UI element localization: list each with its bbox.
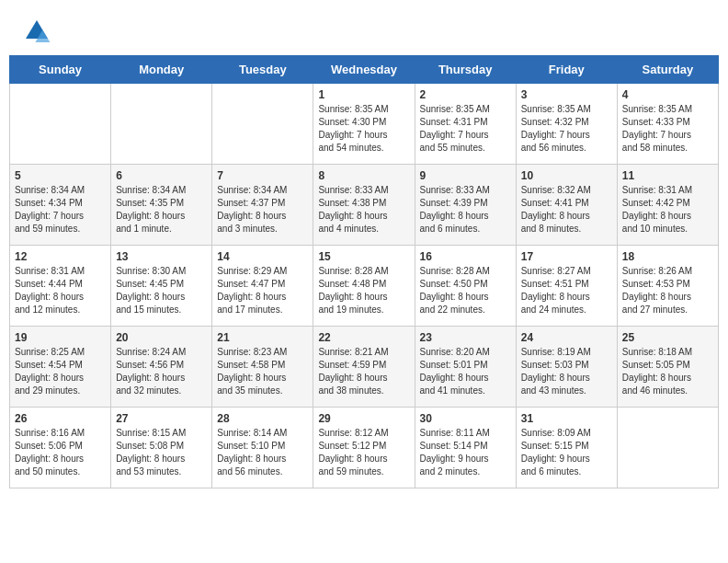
calendar-cell: 20Sunrise: 8:24 AM Sunset: 4:56 PM Dayli… xyxy=(111,327,212,408)
day-info: Sunrise: 8:24 AM Sunset: 4:56 PM Dayligh… xyxy=(116,346,207,397)
day-info: Sunrise: 8:30 AM Sunset: 4:45 PM Dayligh… xyxy=(116,265,207,316)
day-number: 13 xyxy=(116,250,207,263)
day-number: 17 xyxy=(521,250,612,263)
weekday-thursday: Thursday xyxy=(415,56,516,84)
day-info: Sunrise: 8:12 AM Sunset: 5:12 PM Dayligh… xyxy=(318,427,409,478)
day-number: 11 xyxy=(622,169,713,182)
calendar-cell: 30Sunrise: 8:11 AM Sunset: 5:14 PM Dayli… xyxy=(415,408,516,488)
day-info: Sunrise: 8:28 AM Sunset: 4:50 PM Dayligh… xyxy=(420,265,511,316)
calendar-cell: 19Sunrise: 8:25 AM Sunset: 4:54 PM Dayli… xyxy=(10,327,111,408)
day-number: 25 xyxy=(622,331,713,344)
weekday-sunday: Sunday xyxy=(10,56,111,84)
day-info: Sunrise: 8:27 AM Sunset: 4:51 PM Dayligh… xyxy=(521,265,612,316)
day-number: 12 xyxy=(15,250,106,263)
day-number: 8 xyxy=(318,169,409,182)
day-number: 29 xyxy=(318,412,409,425)
day-number: 23 xyxy=(420,331,511,344)
day-number: 2 xyxy=(420,88,511,101)
day-number: 20 xyxy=(116,331,207,344)
day-info: Sunrise: 8:31 AM Sunset: 4:42 PM Dayligh… xyxy=(622,184,713,236)
day-number: 7 xyxy=(217,169,308,182)
calendar-table: SundayMondayTuesdayWednesdayThursdayFrid… xyxy=(9,55,719,488)
day-number: 27 xyxy=(116,412,207,425)
day-info: Sunrise: 8:19 AM Sunset: 5:03 PM Dayligh… xyxy=(521,346,612,397)
day-number: 5 xyxy=(15,169,106,182)
calendar-week-4: 19Sunrise: 8:25 AM Sunset: 4:54 PM Dayli… xyxy=(10,327,719,408)
calendar-week-3: 12Sunrise: 8:31 AM Sunset: 4:44 PM Dayli… xyxy=(10,246,719,327)
day-number: 4 xyxy=(622,88,713,101)
day-number: 16 xyxy=(420,250,511,263)
day-number: 31 xyxy=(521,412,612,425)
day-number: 26 xyxy=(15,412,106,425)
calendar-cell: 12Sunrise: 8:31 AM Sunset: 4:44 PM Dayli… xyxy=(10,246,111,327)
calendar-cell: 5Sunrise: 8:34 AM Sunset: 4:34 PM Daylig… xyxy=(10,165,111,246)
calendar-cell xyxy=(111,84,212,165)
logo xyxy=(22,17,55,46)
calendar-cell: 3Sunrise: 8:35 AM Sunset: 4:32 PM Daylig… xyxy=(516,84,617,165)
calendar-cell: 25Sunrise: 8:18 AM Sunset: 5:05 PM Dayli… xyxy=(617,327,718,408)
weekday-header: SundayMondayTuesdayWednesdayThursdayFrid… xyxy=(10,56,719,84)
day-number: 24 xyxy=(521,331,612,344)
calendar-week-2: 5Sunrise: 8:34 AM Sunset: 4:34 PM Daylig… xyxy=(10,165,719,246)
calendar-cell: 11Sunrise: 8:31 AM Sunset: 4:42 PM Dayli… xyxy=(617,165,718,246)
calendar-cell: 10Sunrise: 8:32 AM Sunset: 4:41 PM Dayli… xyxy=(516,165,617,246)
day-number: 3 xyxy=(521,88,612,101)
day-number: 18 xyxy=(622,250,713,263)
day-number: 1 xyxy=(318,88,409,101)
day-number: 21 xyxy=(217,331,308,344)
weekday-wednesday: Wednesday xyxy=(313,56,415,84)
page-header xyxy=(0,0,728,55)
calendar-cell: 4Sunrise: 8:35 AM Sunset: 4:33 PM Daylig… xyxy=(617,84,718,165)
calendar-cell: 27Sunrise: 8:15 AM Sunset: 5:08 PM Dayli… xyxy=(111,408,212,488)
calendar-cell: 17Sunrise: 8:27 AM Sunset: 4:51 PM Dayli… xyxy=(516,246,617,327)
calendar-cell: 26Sunrise: 8:16 AM Sunset: 5:06 PM Dayli… xyxy=(10,408,111,488)
day-number: 14 xyxy=(217,250,308,263)
calendar-cell: 15Sunrise: 8:28 AM Sunset: 4:48 PM Dayli… xyxy=(313,246,415,327)
logo-icon xyxy=(22,17,51,46)
day-info: Sunrise: 8:32 AM Sunset: 4:41 PM Dayligh… xyxy=(521,184,612,236)
calendar-cell: 7Sunrise: 8:34 AM Sunset: 4:37 PM Daylig… xyxy=(212,165,313,246)
calendar-cell: 22Sunrise: 8:21 AM Sunset: 4:59 PM Dayli… xyxy=(313,327,415,408)
day-info: Sunrise: 8:16 AM Sunset: 5:06 PM Dayligh… xyxy=(15,427,106,478)
calendar-cell: 28Sunrise: 8:14 AM Sunset: 5:10 PM Dayli… xyxy=(212,408,313,488)
calendar-cell xyxy=(212,84,313,165)
day-info: Sunrise: 8:25 AM Sunset: 4:54 PM Dayligh… xyxy=(15,346,106,397)
calendar-cell: 9Sunrise: 8:33 AM Sunset: 4:39 PM Daylig… xyxy=(415,165,516,246)
day-info: Sunrise: 8:35 AM Sunset: 4:31 PM Dayligh… xyxy=(420,103,511,155)
calendar-cell: 23Sunrise: 8:20 AM Sunset: 5:01 PM Dayli… xyxy=(415,327,516,408)
calendar-cell: 24Sunrise: 8:19 AM Sunset: 5:03 PM Dayli… xyxy=(516,327,617,408)
day-info: Sunrise: 8:14 AM Sunset: 5:10 PM Dayligh… xyxy=(217,427,308,478)
day-info: Sunrise: 8:18 AM Sunset: 5:05 PM Dayligh… xyxy=(622,346,713,397)
calendar-cell: 8Sunrise: 8:33 AM Sunset: 4:38 PM Daylig… xyxy=(313,165,415,246)
day-info: Sunrise: 8:28 AM Sunset: 4:48 PM Dayligh… xyxy=(318,265,409,316)
day-number: 15 xyxy=(318,250,409,263)
day-info: Sunrise: 8:34 AM Sunset: 4:34 PM Dayligh… xyxy=(15,184,106,236)
day-info: Sunrise: 8:26 AM Sunset: 4:53 PM Dayligh… xyxy=(622,265,713,316)
day-info: Sunrise: 8:20 AM Sunset: 5:01 PM Dayligh… xyxy=(420,346,511,397)
calendar-cell: 31Sunrise: 8:09 AM Sunset: 5:15 PM Dayli… xyxy=(516,408,617,488)
weekday-tuesday: Tuesday xyxy=(212,56,313,84)
day-number: 30 xyxy=(420,412,511,425)
calendar-cell: 16Sunrise: 8:28 AM Sunset: 4:50 PM Dayli… xyxy=(415,246,516,327)
day-number: 28 xyxy=(217,412,308,425)
day-info: Sunrise: 8:21 AM Sunset: 4:59 PM Dayligh… xyxy=(318,346,409,397)
day-info: Sunrise: 8:35 AM Sunset: 4:32 PM Dayligh… xyxy=(521,103,612,155)
day-number: 19 xyxy=(15,331,106,344)
calendar-cell: 29Sunrise: 8:12 AM Sunset: 5:12 PM Dayli… xyxy=(313,408,415,488)
day-info: Sunrise: 8:35 AM Sunset: 4:33 PM Dayligh… xyxy=(622,103,713,155)
day-number: 22 xyxy=(318,331,409,344)
calendar-cell: 6Sunrise: 8:34 AM Sunset: 4:35 PM Daylig… xyxy=(111,165,212,246)
calendar-week-5: 26Sunrise: 8:16 AM Sunset: 5:06 PM Dayli… xyxy=(10,408,719,488)
weekday-monday: Monday xyxy=(111,56,212,84)
weekday-saturday: Saturday xyxy=(617,56,718,84)
day-info: Sunrise: 8:34 AM Sunset: 4:37 PM Dayligh… xyxy=(217,184,308,236)
day-info: Sunrise: 8:29 AM Sunset: 4:47 PM Dayligh… xyxy=(217,265,308,316)
calendar-cell: 2Sunrise: 8:35 AM Sunset: 4:31 PM Daylig… xyxy=(415,84,516,165)
calendar-cell xyxy=(617,408,718,488)
day-number: 9 xyxy=(420,169,511,182)
day-info: Sunrise: 8:15 AM Sunset: 5:08 PM Dayligh… xyxy=(116,427,207,478)
day-info: Sunrise: 8:31 AM Sunset: 4:44 PM Dayligh… xyxy=(15,265,106,316)
day-number: 6 xyxy=(116,169,207,182)
day-info: Sunrise: 8:33 AM Sunset: 4:39 PM Dayligh… xyxy=(420,184,511,236)
calendar-cell: 18Sunrise: 8:26 AM Sunset: 4:53 PM Dayli… xyxy=(617,246,718,327)
